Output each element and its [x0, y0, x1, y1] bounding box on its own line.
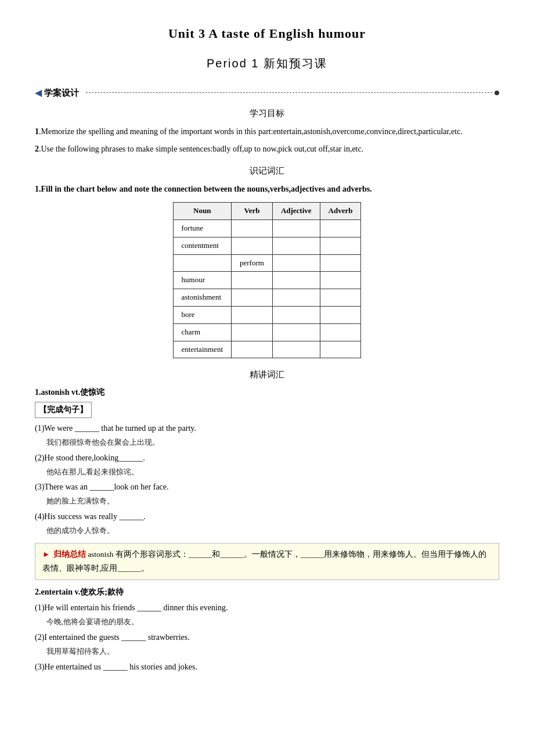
entry2-label: 2.entertain v.使欢乐;款待: [35, 586, 499, 599]
table-cell: [232, 289, 273, 307]
table-row: contentment: [173, 237, 361, 254]
item2-num: 2: [35, 145, 39, 153]
sentence-en: (2)He stood there,looking______.: [35, 451, 499, 465]
table-cell: charm: [173, 323, 231, 341]
table-cell: [272, 254, 320, 272]
table-cell: [232, 341, 273, 358]
col-adjective: Adjective: [272, 203, 320, 220]
col-noun: Noun: [173, 203, 231, 220]
main-title: Unit 3 A taste of English humour: [35, 23, 499, 44]
table-cell: [272, 306, 320, 323]
section-divider-line: [86, 92, 492, 93]
table-cell: [320, 289, 361, 307]
item1-text: .Memorize the spelling and meaning of th…: [39, 127, 463, 136]
table-row: charm: [173, 323, 361, 341]
table-row: humour: [173, 272, 361, 289]
word-table: Noun Verb Adjective Adverb fortuneconten…: [173, 202, 362, 358]
table-cell: perform: [232, 254, 273, 272]
table-cell: [232, 272, 273, 289]
sentence-zh: 今晚,他将会宴请他的朋友。: [46, 616, 499, 628]
sentence-en: (4)His success was really ______.: [35, 510, 499, 524]
sentence-en: (3)There was an ______look on her face.: [35, 480, 499, 494]
table-cell: [320, 306, 361, 323]
hl-label: 归纳总结: [53, 550, 86, 559]
entry1-sentences: (1)We were ______ that he turned up at t…: [35, 422, 499, 537]
table-cell: [232, 323, 273, 341]
section-divider-dot: [495, 91, 499, 95]
sentence-zh: 她的脸上充满惊奇。: [46, 495, 499, 507]
table-cell: bore: [173, 306, 231, 323]
table-cell: [272, 341, 320, 358]
col-adverb: Adverb: [320, 203, 361, 220]
section-header: ◀ 学案设计: [35, 85, 499, 100]
table-row: perform: [173, 254, 361, 272]
xuexi-item1: 1.Memorize the spelling and meaning of t…: [35, 125, 499, 139]
table-cell: [272, 237, 320, 254]
section-arrow-icon: ◀: [35, 85, 42, 100]
entry2-sentences: (1)He will entertain his friends ______ …: [35, 601, 499, 674]
table-cell: [320, 272, 361, 289]
table-cell: [272, 323, 320, 341]
sentence-en: (1)He will entertain his friends ______ …: [35, 601, 499, 615]
jingjiang-title: 精讲词汇: [35, 368, 499, 381]
table-row: entertainment: [173, 341, 361, 358]
table-cell: fortune: [173, 219, 231, 237]
entry1-label: 1.astonish vt.使惊诧: [35, 386, 499, 399]
sentence-zh: 我用草莓招待客人。: [46, 646, 499, 658]
fill-instruction: 1.Fill in the chart below and note the c…: [35, 182, 499, 196]
table-cell: [272, 272, 320, 289]
hl-text: astonish 有两个形容词形式：______和______。一般情况下，__…: [42, 550, 486, 573]
xuexi-mubiao-title: 学习目标: [35, 106, 499, 120]
item1-num: 1: [35, 127, 39, 136]
section-header-title: 学案设计: [44, 86, 79, 100]
table-cell: entertainment: [173, 341, 231, 358]
sentence-en: (3)He entertained us ______ his stories …: [35, 660, 499, 674]
sentence-en: (2)I entertained the guests ______ straw…: [35, 631, 499, 645]
item2-text: .Use the following phrases to make simpl…: [39, 145, 363, 153]
table-cell: [320, 219, 361, 237]
sentence-zh: 他站在那儿,看起来很惊诧。: [46, 466, 499, 478]
sentence-zh: 我们都很惊奇他会在聚会上出现。: [46, 437, 499, 449]
shiji-cihui-title: 识记词汇: [35, 164, 499, 178]
fill-instruction-text: 1.Fill in the chart below and note the c…: [35, 185, 372, 193]
table-cell: [232, 237, 273, 254]
table-row: astonishment: [173, 289, 361, 307]
table-row: bore: [173, 306, 361, 323]
table-cell: [320, 323, 361, 341]
table-cell: astonishment: [173, 289, 231, 307]
table-cell: [272, 219, 320, 237]
table-cell: humour: [173, 272, 231, 289]
col-verb: Verb: [232, 203, 273, 220]
entry1-bracket: 【完成句子】: [35, 402, 92, 418]
hl-icon: ►: [42, 550, 50, 559]
sentence-en: (1)We were ______ that he turned up at t…: [35, 422, 499, 435]
table-cell: [320, 237, 361, 254]
table-cell: [173, 254, 231, 272]
xuexi-item2: 2.Use the following phrases to make simp…: [35, 142, 499, 156]
table-cell: [320, 341, 361, 358]
period-title: Period 1 新知预习课: [35, 54, 499, 73]
table-cell: [232, 306, 273, 323]
table-cell: [232, 219, 273, 237]
highlight-box: ► 归纳总结 astonish 有两个形容词形式：______和______。一…: [35, 543, 499, 581]
table-cell: [272, 289, 320, 307]
table-row: fortune: [173, 219, 361, 237]
table-cell: [320, 254, 361, 272]
table-cell: contentment: [173, 237, 231, 254]
sentence-zh: 他的成功令人惊奇。: [46, 525, 499, 537]
